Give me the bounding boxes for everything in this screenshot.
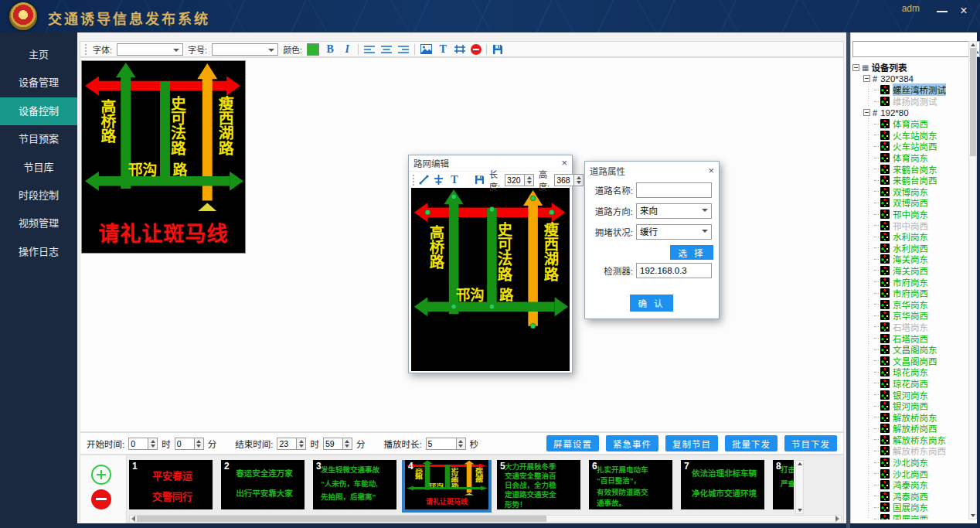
start-minute-input[interactable] — [175, 438, 195, 450]
device-item[interactable]: 鸿泰岗西 — [874, 491, 968, 502]
collapse-icon[interactable] — [863, 109, 870, 116]
text-tool-icon[interactable]: T — [448, 174, 461, 186]
device-item[interactable]: 市府岗西 — [874, 288, 968, 299]
add-node-tool-icon[interactable] — [434, 174, 444, 186]
device-item[interactable]: 水利岗西 — [874, 243, 968, 254]
tree-scrollbar[interactable] — [968, 41, 977, 519]
device-item[interactable]: 火车站岗东 — [874, 130, 968, 141]
end-hour-stepper[interactable] — [277, 438, 306, 450]
align-center-button[interactable] — [380, 43, 393, 56]
search-input[interactable] — [852, 41, 970, 57]
device-item[interactable]: 文昌阁岗东 — [874, 344, 968, 356]
action-button[interactable]: 批量下发 — [725, 435, 778, 451]
device-item[interactable]: 文昌阁岗西 — [874, 355, 968, 366]
scroll-left-icon[interactable] — [131, 516, 135, 522]
delete-button[interactable] — [471, 44, 481, 55]
device-item[interactable]: 来鹤台岗东 — [874, 163, 968, 175]
device-item[interactable]: 邗中岗东 — [874, 209, 968, 220]
device-item[interactable]: 解放桥岗东 — [874, 411, 968, 423]
minimize-icon[interactable] — [935, 5, 949, 17]
height-stepper[interactable] — [554, 174, 584, 186]
font-size-select[interactable] — [212, 43, 278, 56]
scroll-right-icon[interactable] — [835, 516, 839, 522]
program-thumbnail[interactable]: 8 打击改装“炸 严查严惩“机 — [773, 460, 794, 509]
device-item[interactable]: 来鹤台岗西 — [874, 175, 968, 186]
collapse-icon[interactable] — [863, 75, 870, 82]
device-item[interactable]: 解放桥岗西 — [874, 423, 968, 434]
duration-input[interactable] — [426, 438, 457, 450]
tree-group[interactable]: # 192*80 — [852, 107, 968, 118]
color-swatch[interactable] — [307, 43, 319, 56]
thumbnail-horizontal-scrollbar[interactable] — [129, 515, 842, 523]
program-thumbnail[interactable]: 1 平安春运 交警同行 — [129, 460, 213, 509]
select-detector-button[interactable]: 选 择 — [670, 245, 713, 260]
scrollbar-thumb[interactable] — [137, 516, 546, 522]
sidebar-item[interactable]: 操作日志 — [0, 238, 77, 266]
device-item[interactable]: 火车站岗西 — [874, 141, 968, 152]
device-item[interactable]: 国展岗东 — [874, 502, 968, 513]
start-hour-stepper[interactable] — [128, 438, 158, 450]
device-item[interactable]: 市府岗东 — [874, 276, 968, 288]
tree-root[interactable]: ▦ 设备列表 — [852, 62, 968, 73]
device-item[interactable]: 双博岗东 — [874, 186, 968, 198]
device-item[interactable]: 国展岗西 — [874, 513, 968, 519]
tree-group[interactable]: # 320*384 — [852, 73, 968, 85]
align-right-button[interactable] — [397, 43, 410, 56]
close-icon[interactable]: × — [708, 165, 714, 176]
end-minute-stepper[interactable] — [323, 438, 352, 450]
device-item[interactable]: 解放桥东岗西 — [874, 445, 968, 457]
congestion-select[interactable]: 缓行 — [636, 224, 712, 240]
program-thumbnail[interactable]: 4 请礼让斑马线 — [405, 460, 488, 509]
program-thumbnail[interactable]: 5 大力开展秋冬季 交通安全整治百 日会战，全力稳 定道路交通安全 形势！ — [497, 460, 580, 509]
length-stepper[interactable] — [505, 174, 534, 186]
device-item[interactable]: 琼花岗东 — [874, 366, 968, 378]
road-direction-select[interactable]: 来向 — [636, 203, 712, 219]
road-name-input[interactable] — [636, 182, 712, 198]
save-tool-icon[interactable] — [475, 174, 485, 186]
roadnet-canvas[interactable] — [411, 188, 570, 371]
start-minute-stepper[interactable] — [175, 438, 204, 450]
font-select[interactable] — [117, 43, 183, 56]
program-thumbnail[interactable]: 6 扎实开展电动车 “百日整治”， 有效预防道路交 通事故。 — [589, 460, 672, 509]
length-input[interactable] — [505, 174, 525, 186]
sidebar-item[interactable]: 时段控制 — [0, 182, 77, 209]
device-item[interactable]: 螺丝湾桥测试 — [874, 84, 968, 96]
device-item[interactable]: 京华岗西 — [874, 310, 968, 322]
device-item[interactable]: 京华岗东 — [874, 298, 968, 310]
sidebar-item[interactable]: 节目库 — [0, 154, 77, 182]
stepper-arrows[interactable] — [574, 174, 584, 186]
sidebar-item[interactable]: 主页 — [0, 41, 77, 69]
sidebar-item[interactable]: 设备管理 — [0, 69, 77, 97]
action-button[interactable]: 复制节目 — [665, 435, 718, 451]
sidebar-item[interactable]: 设备控制 — [0, 97, 77, 125]
remove-program-button[interactable] — [91, 489, 111, 509]
end-minute-input[interactable] — [323, 438, 343, 450]
device-item[interactable]: 体育岗东 — [874, 152, 968, 164]
program-thumbnail[interactable]: 7 依法治理非标车辆 净化城市交通环境 — [681, 460, 764, 509]
insert-image-button[interactable] — [420, 43, 432, 56]
device-item[interactable]: 邗中岗西 — [874, 220, 968, 231]
bold-button[interactable]: B — [324, 43, 336, 56]
action-button[interactable]: 屏幕设置 — [546, 435, 599, 451]
device-item[interactable]: 琼花岗西 — [874, 378, 968, 390]
device-item[interactable]: 银河岗西 — [874, 400, 968, 412]
duration-stepper[interactable] — [426, 438, 466, 450]
device-item[interactable]: 维扬岗测试 — [874, 96, 968, 107]
dialog-title-bar[interactable]: 道路属性 × — [585, 162, 719, 180]
program-thumbnail[interactable]: 2 春运安全连万家 出行平安靠大家 — [221, 460, 305, 509]
device-item[interactable]: 鸿泰岗东 — [874, 479, 968, 491]
device-item[interactable]: 沙北岗西 — [874, 468, 968, 479]
thumbnail-vertical-scrollbar[interactable] — [795, 460, 804, 514]
road-network-tool-button[interactable] — [454, 43, 466, 56]
device-item[interactable]: 石塔岗东 — [874, 322, 968, 333]
align-left-button[interactable] — [363, 43, 376, 56]
device-item[interactable]: 沙北岗东 — [874, 457, 968, 468]
device-item[interactable]: 水利岗东 — [874, 231, 968, 243]
road-network-editor[interactable] — [411, 188, 570, 338]
height-input[interactable] — [554, 174, 574, 186]
collapse-icon[interactable] — [852, 64, 859, 71]
stepper-arrows[interactable] — [525, 174, 534, 186]
device-item[interactable]: 体育岗西 — [874, 118, 968, 130]
program-thumbnail[interactable]: 3 发生轻微交通事故 “人未伤，车能动, 先拍照，后撤离” — [313, 460, 396, 509]
action-button[interactable]: 节目下发 — [784, 435, 837, 451]
